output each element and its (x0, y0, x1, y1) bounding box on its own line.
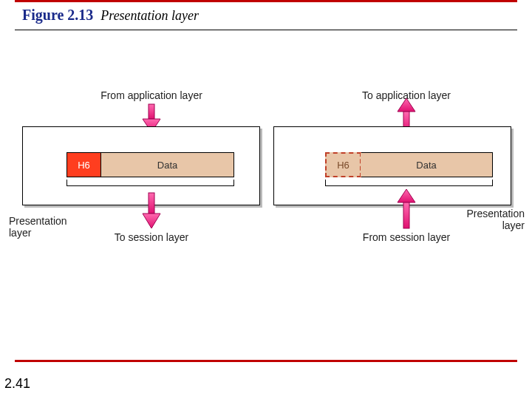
left-header: H6 (67, 153, 101, 177)
right-side-label: Presentation layer (451, 208, 525, 231)
arrow-up-into-right (395, 189, 417, 230)
bottom-rule (15, 360, 517, 362)
diagram: From application layer H6 Data To sessio… (15, 60, 517, 311)
page-number: 2.41 (4, 376, 30, 392)
title-underline (15, 30, 517, 30)
left-top-label: From application layer (85, 89, 218, 101)
right-pdu: H6 Data (325, 152, 493, 177)
right-header: H6 (325, 152, 361, 177)
figure-title: Presentation layer (100, 8, 199, 23)
figure-number: Figure 2.13 (22, 7, 93, 23)
arrow-down-out-left (140, 193, 163, 230)
left-side-label: Presentation layer (9, 215, 83, 239)
svg-marker-3 (143, 214, 160, 228)
right-bracket (325, 180, 493, 186)
svg-rect-7 (403, 202, 409, 228)
svg-marker-6 (398, 189, 415, 202)
svg-marker-4 (398, 98, 415, 112)
right-data: Data (361, 153, 492, 177)
figure-title-row: Figure 2.13 Presentation layer (0, 2, 532, 30)
right-bottom-label: From session layer (351, 231, 462, 243)
left-bottom-label: To session layer (103, 231, 200, 243)
svg-rect-2 (149, 193, 154, 214)
left-pdu: H6 Data (66, 152, 234, 177)
svg-rect-0 (149, 104, 154, 119)
left-data: Data (101, 153, 233, 177)
left-bracket (66, 180, 234, 186)
